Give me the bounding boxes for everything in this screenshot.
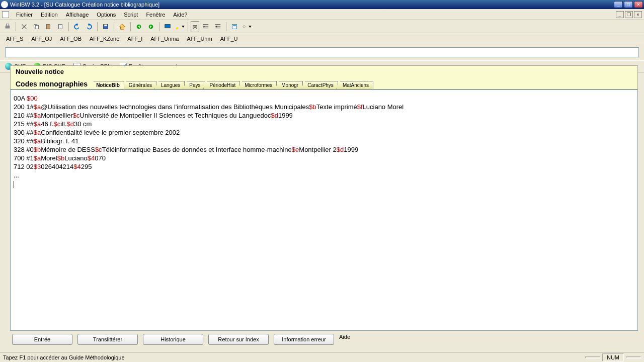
status-num: NUM (602, 353, 624, 361)
svg-rect-4 (47, 24, 50, 29)
status-blank2 (626, 356, 641, 358)
main-toolbar: [0] (0, 20, 644, 33)
undo-icon[interactable] (71, 21, 83, 32)
aff-u[interactable]: AFF_U (216, 35, 242, 43)
aff-toolbar: AFF_S AFF_OJ AFF_OB AFF_KZone AFF_I AFF_… (0, 33, 644, 44)
minimize-button[interactable]: _ (614, 1, 623, 8)
command-bar (0, 44, 644, 60)
tab-periodehist[interactable]: PériodeHist (203, 81, 240, 89)
tab-microformes[interactable]: Microformes (238, 81, 277, 89)
menu-fichier[interactable]: Fichier (12, 11, 37, 19)
status-blank1 (585, 356, 600, 358)
back-icon[interactable] (133, 21, 144, 32)
svg-rect-3 (35, 25, 38, 29)
link-icon[interactable] (241, 21, 252, 32)
forward-icon[interactable] (145, 21, 156, 32)
window-title: WinIBW 3.2 - [SU Catalogue Création noti… (10, 2, 614, 8)
menubar: Fichier Edition Affichage Options Script… (0, 9, 644, 20)
tab-matanciens[interactable]: MatAnciens (336, 81, 373, 89)
section-title: Codes monographies (14, 80, 92, 89)
historique-button[interactable]: Historique (143, 334, 203, 345)
tab-caractphys[interactable]: CaractPhys (301, 81, 338, 89)
tab-monogr[interactable]: Monogr (275, 81, 303, 89)
screen-icon[interactable] (162, 21, 173, 32)
indent-increase-icon[interactable] (212, 21, 223, 32)
mdi-restore-button[interactable]: ❐ (625, 11, 633, 18)
mdi-minimize-button[interactable]: _ (616, 11, 624, 18)
menu-aide[interactable]: Aide? (169, 11, 191, 19)
status-hint: Tapez F1 pour accéder au Guide Méthodolo… (3, 354, 125, 360)
svg-rect-10 (165, 24, 171, 28)
menu-affichage[interactable]: Affichage (62, 11, 93, 19)
retour-index-button[interactable]: Retour sur Index (208, 334, 269, 345)
svg-rect-0 (6, 26, 10, 28)
statusbar: Tapez F1 pour accéder au Guide Méthodolo… (0, 352, 644, 362)
bottom-buttons: Entrée Translittérer Historique Retour s… (10, 331, 638, 348)
menu-script[interactable]: Script (120, 11, 142, 19)
svg-rect-12 (233, 25, 235, 26)
aff-unma[interactable]: AFF_Unma (146, 35, 183, 43)
aff-ob[interactable]: AFF_OB (56, 35, 86, 43)
menu-fenetre[interactable]: Fenêtre (142, 11, 169, 19)
paste-icon[interactable] (43, 21, 54, 32)
titlebar: WinIBW 3.2 - [SU Catalogue Création noti… (0, 0, 644, 9)
form-icon[interactable] (229, 21, 240, 32)
entree-button[interactable]: Entrée (12, 334, 72, 345)
translitterer-button[interactable]: Translittérer (77, 334, 138, 345)
content-area: Nouvelle notice Codes monographies Notic… (10, 65, 638, 348)
app-icon (1, 1, 8, 8)
print-icon[interactable] (2, 21, 13, 32)
aff-i[interactable]: AFF_I (123, 35, 146, 43)
svg-rect-7 (104, 24, 107, 26)
tab-pays[interactable]: Pays (183, 81, 205, 89)
maximize-button[interactable]: □ (624, 1, 633, 8)
svg-rect-1 (6, 24, 9, 26)
tab-noticebib[interactable]: NoticeBib (90, 81, 124, 89)
mdi-close-button[interactable]: × (634, 11, 642, 18)
home-icon[interactable] (117, 21, 128, 32)
information-erreur-button[interactable]: Information erreur (274, 334, 334, 345)
cut-icon[interactable] (19, 21, 30, 32)
command-input[interactable] (5, 47, 639, 57)
ioi-button[interactable]: [0] (191, 21, 199, 32)
notice-title: Nouvelle notice (10, 65, 638, 77)
menu-edition[interactable]: Edition (37, 11, 62, 19)
tab-generales[interactable]: Générales (122, 81, 156, 89)
tabs-row: Codes monographies NoticeBib Générales L… (10, 77, 638, 89)
aff-s[interactable]: AFF_S (2, 35, 27, 43)
indent-decrease-icon[interactable] (200, 21, 211, 32)
close-button[interactable]: × (634, 1, 643, 8)
svg-rect-11 (232, 24, 237, 29)
paste-special-icon[interactable] (55, 21, 66, 32)
menu-options[interactable]: Options (93, 11, 120, 19)
redo-icon[interactable] (84, 21, 95, 32)
save-icon[interactable] (100, 21, 111, 32)
copy-icon[interactable] (31, 21, 42, 32)
highlight-icon[interactable] (174, 21, 185, 32)
aff-oj[interactable]: AFF_OJ (27, 35, 56, 43)
tab-langues[interactable]: Langues (154, 81, 185, 89)
document-icon (2, 11, 9, 18)
aff-kzone[interactable]: AFF_KZone (86, 35, 123, 43)
record-editor[interactable]: 00A $00 200 1#$a@Utilisation des nouvell… (10, 89, 638, 331)
svg-rect-5 (59, 24, 62, 29)
aff-unm[interactable]: AFF_Unm (183, 35, 216, 43)
